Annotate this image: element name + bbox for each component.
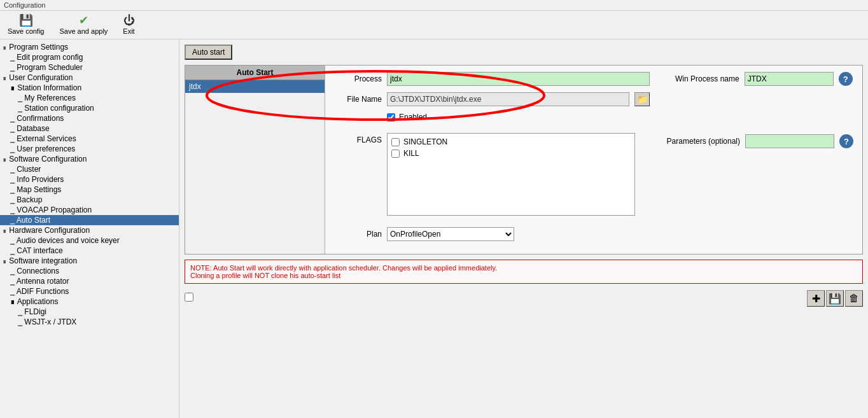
sidebar-item-map-settings[interactable]: ⎯ Map Settings (0, 185, 179, 195)
sidebar-item-user-configuration[interactable]: ∎ User Configuration (0, 73, 179, 83)
sidebar-item-program-scheduler[interactable]: ⎯ Program Scheduler (0, 62, 179, 73)
sidebar-label: Hardware Configuration (9, 226, 90, 235)
parameters-input[interactable] (745, 134, 834, 148)
sidebar-label: Program Settings (9, 43, 68, 52)
sidebar-item-fldigi[interactable]: ⎯ FLDigi (0, 307, 179, 317)
expand-icon: ∎ (3, 156, 6, 163)
enabled-label: Enabled (399, 113, 427, 122)
sidebar-label: ∎ Station Information (10, 83, 81, 92)
sidebar-item-antenna-rotator[interactable]: ⎯ Antenna rotator (0, 276, 179, 286)
expand-icon: ∎ (3, 44, 6, 51)
folder-icon: 📁 (637, 94, 648, 104)
enabled-row: Enabled (334, 113, 650, 122)
delete-button[interactable]: 🗑 (845, 290, 863, 307)
parameters-row: Parameters (optional) ? (667, 134, 853, 148)
exit-button[interactable]: ⏻ Exit (120, 13, 137, 36)
sidebar-label: ⎯ Info Providers (10, 175, 64, 184)
sidebar-label: ⎯ ADIF Functions (10, 287, 69, 296)
plan-row: Plan OnProfileOpen OnStart OnClose (334, 227, 853, 241)
sidebar-item-software-configuration[interactable]: ∎ Software Configuration (0, 154, 179, 164)
sidebar-item-external-services[interactable]: ⎯ External Services (0, 134, 179, 144)
sidebar-item-cluster[interactable]: ⎯ Cluster (0, 164, 179, 174)
sidebar-item-cat-interface[interactable]: ⎯ CAT interface (0, 246, 179, 256)
sidebar-label: ⎯ User preferences (10, 144, 75, 153)
list-item-jtdx[interactable]: jtdx (185, 80, 325, 93)
singleton-label: SINGLETON (403, 137, 447, 146)
plan-select[interactable]: OnProfileOpen OnStart OnClose (387, 227, 514, 241)
list-item-label: jtdx (189, 82, 201, 91)
kill-checkbox[interactable] (391, 150, 400, 158)
sidebar-item-backup[interactable]: ⎯ Backup (0, 195, 179, 205)
process-input[interactable] (387, 72, 650, 86)
sidebar-item-applications[interactable]: ∎ Applications (0, 296, 179, 307)
sidebar-label: ⎯ Program Scheduler (10, 63, 83, 72)
exit-label: Exit (123, 27, 134, 35)
sidebar-label: ⎯ Connections (10, 267, 59, 275)
sidebar-item-voacap-propagation[interactable]: ⎯ VOACAP Propagation (0, 205, 179, 215)
sidebar-item-auto-start[interactable]: ⎯ Auto Start (0, 215, 179, 225)
bottom-checkbox[interactable] (185, 293, 193, 302)
sidebar-item-adif-functions[interactable]: ⎯ ADIF Functions (0, 286, 179, 296)
flag-singleton: SINGLETON (391, 137, 631, 146)
auto-start-btn-label: Auto start (192, 48, 225, 57)
help-button-params[interactable]: ? (839, 134, 853, 148)
save-and-apply-button[interactable]: ✔ Save and apply (57, 13, 110, 36)
sidebar-label: ⎯ External Services (10, 134, 76, 143)
sidebar-label: ⎯ CAT interface (10, 246, 63, 255)
sidebar-item-audio-devices[interactable]: ⎯ Audio devices and voice keyer (0, 235, 179, 246)
process-label: Process (334, 74, 382, 83)
sidebar-label: Software Configuration (9, 155, 87, 164)
title-text: Configuration (4, 1, 45, 9)
save-config-button[interactable]: 💾 Save config (5, 13, 46, 36)
sidebar-item-station-information[interactable]: ∎ Station Information (0, 83, 179, 93)
filename-row: File Name 📁 (334, 92, 650, 106)
process-row: Process (334, 72, 650, 86)
sidebar-item-program-settings[interactable]: ∎ Program Settings (0, 42, 179, 52)
sidebar-item-edit-program-config[interactable]: ⎯ Edit program config (0, 52, 179, 62)
auto-start-page-button[interactable]: Auto start (185, 45, 232, 60)
sidebar-item-info-providers[interactable]: ⎯ Info Providers (0, 174, 179, 185)
sidebar-item-station-configuration[interactable]: ⎯ Station configuration (0, 103, 179, 113)
filename-input[interactable] (387, 92, 629, 106)
sidebar-item-confirmations[interactable]: ⎯ Confirmations (0, 113, 179, 123)
browse-button[interactable]: 📁 (634, 92, 650, 106)
win-process-row: Win Process name ? (675, 72, 853, 86)
sidebar-label: ⎯ Confirmations (10, 114, 64, 123)
sidebar-item-connections[interactable]: ⎯ Connections (0, 266, 179, 276)
sidebar-item-my-references[interactable]: ⎯ My References (0, 93, 179, 103)
question-icon: ? (843, 74, 848, 84)
kill-label: KILL (403, 149, 419, 158)
flags-box: SINGLETON KILL (387, 133, 635, 216)
parameters-label: Parameters (optional) (667, 137, 740, 146)
sidebar-item-hardware-configuration[interactable]: ∎ Hardware Configuration (0, 225, 179, 235)
form-panel: Process File Name 📁 (325, 66, 862, 254)
add-button[interactable]: ✚ (807, 290, 825, 307)
filename-label: File Name (334, 95, 382, 104)
trash-icon: 🗑 (849, 293, 859, 304)
sidebar-label: ⎯ Audio devices and voice keyer (10, 236, 120, 245)
action-buttons: ✚ 💾 🗑 (807, 290, 863, 307)
sidebar-label: ⎯ Station configuration (18, 104, 94, 113)
sidebar-label: ⎯ FLDigi (18, 307, 46, 316)
sidebar-item-software-integration[interactable]: ∎ Software integration (0, 256, 179, 266)
win-process-input[interactable] (745, 72, 834, 86)
singleton-checkbox[interactable] (391, 138, 400, 146)
sidebar-label: ⎯ Backup (10, 195, 42, 204)
sidebar: ∎ Program Settings ⎯ Edit program config… (0, 39, 179, 418)
toolbar: 💾 Save config ✔ Save and apply ⏻ Exit (0, 11, 868, 39)
sidebar-label: ∎ Applications (10, 297, 58, 306)
question-icon-2: ? (844, 137, 849, 146)
save-item-button[interactable]: 💾 (826, 290, 844, 307)
sidebar-label: ⎯ Antenna rotator (10, 277, 69, 286)
note-box: NOTE: Auto Start will work directly with… (185, 260, 863, 284)
sidebar-item-database[interactable]: ⎯ Database (0, 123, 179, 134)
main-layout: ∎ Program Settings ⎯ Edit program config… (0, 39, 868, 418)
save-config-label: Save config (8, 27, 44, 35)
sidebar-item-user-preferences[interactable]: ⎯ User preferences (0, 144, 179, 154)
plus-icon: ✚ (812, 293, 820, 305)
help-button-win[interactable]: ? (839, 72, 853, 86)
sidebar-item-wsjt[interactable]: ⎯ WSJT-x / JTDX (0, 317, 179, 327)
enabled-checkbox[interactable] (387, 113, 395, 122)
save-icon: 💾 (19, 15, 33, 26)
list-header: Auto Start (185, 66, 325, 80)
